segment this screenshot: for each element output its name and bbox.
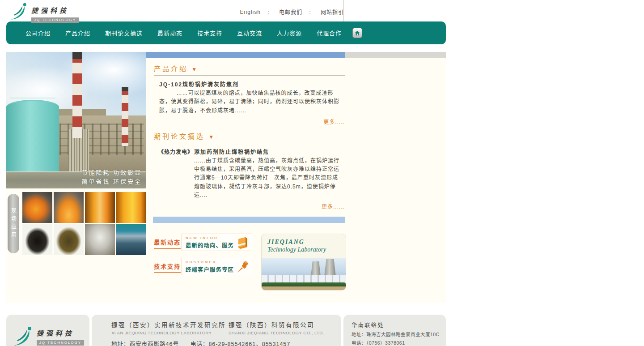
footer-logo-en-badge: JQ TECHNOLOGY xyxy=(37,340,84,346)
triangle-down-icon: ▼ xyxy=(208,134,214,140)
footer-logo-cn: 捷强科技 xyxy=(37,328,84,337)
gallery-photo[interactable] xyxy=(85,224,115,255)
banner-support-label: 技术支持 xyxy=(154,262,181,273)
gallery-label: 现场应用 xyxy=(8,194,19,253)
journal-summary: 《热力发电》 添加药剂防止煤粉锅炉结焦 ......由于煤质含碳量高，热值高，灰… xyxy=(158,148,343,200)
south-office-address: 地址：珠海吉大园林路金景商业大厦10C xyxy=(352,331,446,337)
banner-news-label: 最新动态 xyxy=(154,238,181,249)
utility-links: English ： 电邮我们 ： 网站指引 xyxy=(240,8,344,16)
section-title: 产品介绍 xyxy=(154,65,188,73)
left-column: 节能降耗 功效彰显 简单省钱 环保安全 现场应用 xyxy=(6,52,146,303)
banner-news[interactable]: 最新动态 NEW INFOR 最新的动向、服务 xyxy=(154,234,252,251)
gallery-photo[interactable] xyxy=(22,224,52,255)
nav-item-hr[interactable]: 人力资源 xyxy=(277,29,302,37)
logo-swoosh-icon xyxy=(9,2,30,21)
south-office-title: 华南联络处 xyxy=(352,320,446,329)
footer-logo-block: 捷强科技 JQ TECHNOLOGY xyxy=(6,315,89,346)
lab-card-text: JIEQIANG Technology Laboratory xyxy=(262,234,346,254)
journal-more-link[interactable]: 更多...... xyxy=(146,202,345,210)
storage-tank xyxy=(6,100,59,171)
nav-item-interact[interactable]: 互动交流 xyxy=(237,29,262,37)
south-office-phone: 电话：（0756）3378061 xyxy=(352,339,446,346)
gallery-photo[interactable] xyxy=(116,192,146,223)
journal-item-body: ......由于煤质含碳量高，热值高，灰熔点低，在锅炉运行中极易结焦，采用蒸汽，… xyxy=(194,157,343,200)
gallery-photo[interactable] xyxy=(22,192,52,223)
link-english[interactable]: English xyxy=(240,9,261,15)
journal-source: 《热力发电》 xyxy=(158,148,194,200)
link-separator: ： xyxy=(309,8,314,16)
blue-bar xyxy=(146,52,345,58)
company-name-en: XI AN JIEQIANG TECHNOLOGY LABORATORY xyxy=(111,330,229,335)
logo-cn-text: 捷强科技 xyxy=(31,5,79,15)
logo-text: 捷强科技 JQ TECHNOLOGY xyxy=(31,2,79,23)
banner-news-box: NEW INFOR 最新的动向、服务 xyxy=(182,234,252,251)
header-divider xyxy=(343,0,344,21)
company-name: 捷强（陕西）科贸有限公司 xyxy=(229,320,324,329)
gallery-photo[interactable] xyxy=(54,192,84,223)
footer-companies-block: 捷强（西安）实用新技术开发研究所 XI AN JIEQIANG TECHNOLO… xyxy=(92,315,341,346)
quick-banners: 最新动态 NEW INFOR 最新的动向、服务 xyxy=(154,234,252,290)
company-name-en: SHANXI JIEQIANG TECHNOLOGY CO., LTD. xyxy=(229,330,324,335)
product-summary: JQ-102煤粉锅炉清灰防焦剂 ……可以提高煤灰的熔点，加快结焦晶核的成长，改变… xyxy=(159,81,340,115)
hero-caption-line2: 简单省钱 环保安全 xyxy=(81,177,142,186)
footer-south-block: 华南联络处 地址：珠海吉大园林路金景商业大厦10C 电话：（0756）33780… xyxy=(343,315,446,346)
link-separator: ： xyxy=(267,8,273,16)
nav-item-journal[interactable]: 期刊论文摘选 xyxy=(105,29,143,37)
journal-right: 添加药剂防止煤粉锅炉结焦 ......由于煤质含碳量高，热值高，灰熔点低，在锅炉… xyxy=(194,148,343,200)
lab-photo xyxy=(262,258,346,290)
product-item-title: JQ-102煤粉锅炉清灰防焦剂 xyxy=(159,81,340,89)
smokestack xyxy=(122,87,128,146)
footer-company-names: 捷强（西安）实用新技术开发研究所 XI AN JIEQIANG TECHNOLO… xyxy=(111,320,341,335)
footer-logo-text: 捷强科技 JQ TECHNOLOGY xyxy=(37,325,84,346)
lab-trees xyxy=(262,282,346,286)
site-header: 捷强科技 JQ TECHNOLOGY English ： 电邮我们 ： 网站指引 xyxy=(6,0,446,21)
gallery-thumbs xyxy=(22,192,146,255)
footer-logo: 捷强科技 JQ TECHNOLOGY xyxy=(12,325,84,346)
link-site-guide[interactable]: 网站指引 xyxy=(321,8,344,16)
pushpin-icon xyxy=(236,260,250,274)
smokestack xyxy=(72,52,82,138)
nav-item-news[interactable]: 最新动态 xyxy=(157,29,182,37)
home-button[interactable] xyxy=(352,28,362,38)
bottom-row: 最新动态 NEW INFOR 最新的动向、服务 xyxy=(146,234,446,303)
gallery-photo[interactable] xyxy=(54,224,84,255)
footer-company-xian: 捷强（西安）实用新技术开发研究所 XI AN JIEQIANG TECHNOLO… xyxy=(111,320,229,335)
lab-ground xyxy=(262,286,346,290)
link-email-us[interactable]: 电邮我们 xyxy=(279,8,302,16)
nav-item-support[interactable]: 技术支持 xyxy=(197,29,222,37)
logo-swoosh-icon xyxy=(12,325,35,346)
laboratory-card[interactable]: JIEQIANG Technology Laboratory xyxy=(261,234,346,290)
nav-item-agency[interactable]: 代理合作 xyxy=(317,29,342,37)
gray-bar xyxy=(345,52,446,58)
book-icon xyxy=(236,235,250,250)
company-name: 捷强（西安）实用新技术开发研究所 xyxy=(111,320,229,329)
nav-item-products[interactable]: 产品介绍 xyxy=(65,29,90,37)
hero-caption: 节能降耗 功效彰显 简单省钱 环保安全 xyxy=(81,168,142,186)
light-blue-bar xyxy=(153,217,345,223)
gallery-photo[interactable] xyxy=(85,192,115,223)
logo-en-badge: JQ TECHNOLOGY xyxy=(31,17,79,23)
banner-support[interactable]: 技术支持 CUSTOMER 终端客户服务专区 xyxy=(154,258,252,275)
page-container: 捷强科技 JQ TECHNOLOGY English ： 电邮我们 ： 网站指引… xyxy=(6,0,446,346)
journal-item-title: 添加药剂防止煤粉锅炉结焦 xyxy=(194,148,343,157)
footer-contact-line1: 地址：西安市西影路46号 电话：86-29-85542661、85531457 xyxy=(111,339,341,346)
hero-caption-line1: 节能降耗 功效彰显 xyxy=(81,168,142,177)
home-icon xyxy=(354,30,360,36)
nav-item-company[interactable]: 公司介绍 xyxy=(25,29,51,37)
main-nav: 公司介绍 产品介绍 期刊论文摘选 最新动态 技术支持 互动交流 人力资源 代理合… xyxy=(6,21,446,44)
footer-phone: 电话：86-29-85542661、85531457 xyxy=(191,339,290,346)
main-content: 节能降耗 功效彰显 简单省钱 环保安全 现场应用 xyxy=(6,52,446,303)
banner-support-box: CUSTOMER 终端客户服务专区 xyxy=(182,258,252,275)
hero-powerplant-image: 节能降耗 功效彰显 简单省钱 环保安全 xyxy=(6,52,146,188)
triangle-down-icon: ▼ xyxy=(191,66,197,73)
product-item-body: ……可以提高煤灰的熔点，加快结焦晶核的成长，改变成渣形态，使其变得酥松，易碎，易… xyxy=(159,89,340,115)
lab-card-line1: JIEQIANG xyxy=(267,238,346,246)
footer-company-shanxi: 捷强（陕西）科贸有限公司 SHANXI JIEQIANG TECHNOLOGY … xyxy=(229,320,324,335)
product-more-link[interactable]: 更多..... xyxy=(146,118,345,125)
gallery-photo[interactable] xyxy=(116,224,146,255)
company-logo[interactable]: 捷强科技 JQ TECHNOLOGY xyxy=(9,2,79,23)
site-application-gallery: 现场应用 xyxy=(6,191,146,256)
section-header-journal: 期刊论文摘选 ▼ xyxy=(154,131,345,143)
footer-address: 地址：西安市西影路46号 xyxy=(111,339,179,346)
decor-bar-row xyxy=(146,52,446,58)
